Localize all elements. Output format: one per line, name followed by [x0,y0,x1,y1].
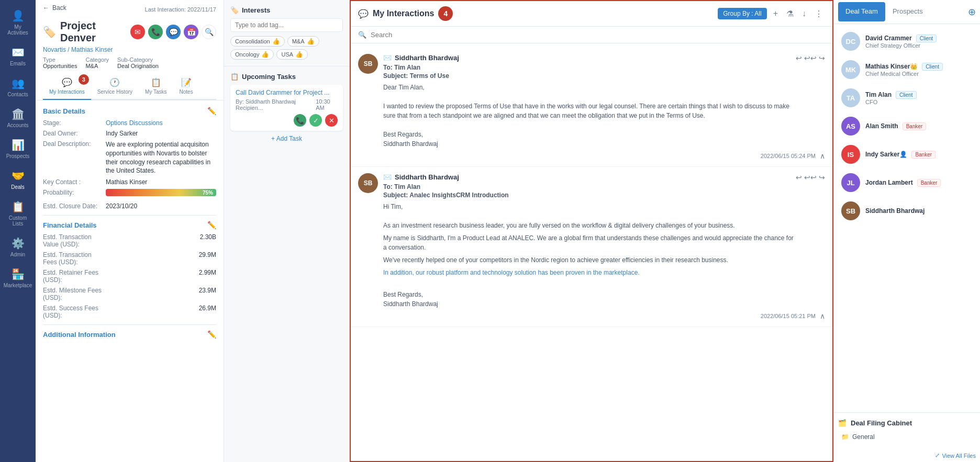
interaction-timestamp-2: 2022/06/15 05:21 PM [761,313,816,319]
stage-value[interactable]: Options Discussions [106,119,216,127]
team-info: Tim AlanClient CFO [865,91,973,105]
task-time: 10:30 AM [316,98,338,111]
task-title[interactable]: Call David Crammer for Project ... [236,89,338,96]
team-item[interactable]: MK Mathias Kinser👑Client Chief Medical O… [838,57,976,83]
tab-notes[interactable]: 📝 Notes [173,73,199,99]
sidebar-item-custom-lists[interactable]: 📋 Custom Lists [2,196,34,231]
tag-thumb[interactable]: 👍 [272,38,280,45]
sort-icon[interactable]: ↓ [800,8,808,19]
deal-owner-value: Indy Sarker [106,130,216,137]
team-member-name: Alan SmithBanker [865,122,973,130]
forward-icon[interactable]: ↪ [819,54,825,62]
team-item[interactable]: JL Jordan LambertBanker [838,170,976,196]
middle-panel: 🏷️ Interests Consolidation👍M&A👍Oncology👍… [224,0,350,462]
basic-details-edit-icon[interactable]: ✏️ [207,107,216,115]
tab-my-tasks[interactable]: 📋 My Tasks [139,73,173,99]
reply-all-icon[interactable]: ↩↩ [804,54,817,62]
collapse-icon[interactable]: ∧ [820,152,825,160]
right-panel: Deal Team Prospects ⊕ DC David CrammerCl… [833,0,980,462]
probability-row: Probability: 75% [43,189,216,199]
filter-icon[interactable]: ⚗ [784,8,796,20]
email-action-icon[interactable]: ✉ [130,25,145,39]
tab-my-interactions[interactable]: 💬 My Interactions 3 [43,73,91,100]
sidebar-item-deals[interactable]: 🤝 Deals [2,165,34,194]
task-meta: By: Siddharth Bhardwaj Recipien... 10:30… [236,98,338,111]
task-complete-btn[interactable]: ✓ [309,114,322,127]
chat-action-icon[interactable]: 💬 [166,25,181,39]
filing-cabinet: 🗂️ Deal Filing Cabinet 📁 General [834,412,980,449]
interactions-title: 💬 My Interactions 4 [358,6,453,21]
role-badge: Banker [911,151,936,159]
reply-icons-2: ↩ ↩↩ ↪ [796,173,825,182]
back-button[interactable]: ← Back [43,4,66,12]
add-team-member-icon[interactable]: ⊕ [968,6,976,18]
tag-thumb[interactable]: 👍 [307,38,315,45]
more-options-icon[interactable]: ⋮ [812,8,825,20]
interaction-item: SB ✉️ Siddharth Bhardwaj To: Tim Alan [351,167,832,327]
tag-thumb[interactable]: 👍 [261,51,269,58]
task-cancel-btn[interactable]: ✕ [325,114,338,127]
forward-icon-2[interactable]: ↪ [819,173,825,182]
body-part: We've recently helped one of your compet… [383,255,796,265]
interactions-header: 💬 My Interactions 4 Group By : All + ⚗ ↓… [351,1,832,27]
contact-link[interactable]: Mathias Kinser [71,46,113,53]
calendar-action-icon[interactable]: 📅 [184,25,198,39]
team-item[interactable]: DC David CrammerClient Chief Strategy Of… [838,28,976,54]
sidebar-item-accounts[interactable]: 🏛️ Accounts [2,104,34,132]
tag-thumb[interactable]: 👍 [295,51,303,58]
group-by-button[interactable]: Group By : All [718,8,766,19]
interaction-subject-2: Subject: Analec InsightsCRM Introduction [383,191,796,199]
reply-all-icon-2[interactable]: ↩↩ [804,173,817,182]
basic-details-header: Basic Details ✏️ [43,107,216,115]
upcoming-tasks-section: 📋 Upcoming Tasks Call David Crammer for … [224,66,349,462]
view-all-files-link[interactable]: ⤢ View All Files [834,449,980,462]
interest-tag: USA👍 [276,49,308,60]
team-item[interactable]: IS Indy Sarker👤Banker [838,141,976,167]
folder-general[interactable]: 📁 General [838,431,976,443]
financial-edit-icon[interactable]: ✏️ [207,221,216,229]
company-link[interactable]: Novartis [43,46,66,53]
deal-owner-row: Deal Owner: Indy Sarker [43,130,216,137]
additional-info-title: Additional Information [43,331,116,339]
add-interaction-icon[interactable]: + [771,8,780,19]
deal-meta-row: Type Opportunities Category M&A Sub-Cate… [43,57,216,69]
interaction-to-2: To: Tim Alan [383,183,796,190]
interests-title: 🏷️ Interests [230,6,343,14]
interests-section: 🏷️ Interests Consolidation👍M&A👍Oncology👍… [224,0,349,66]
upcoming-tasks-title: 📋 Upcoming Tasks [230,73,343,81]
task-actions: 📞 ✓ ✕ [236,114,338,127]
team-avatar: JL [841,173,860,192]
reply-icon[interactable]: ↩ [796,54,802,62]
collapse-icon-2[interactable]: ∧ [820,312,825,320]
sidebar-item-my-activities[interactable]: 👤 My Activities [2,5,34,40]
search-action-icon[interactable]: 🔍 [202,25,216,39]
sidebar-item-prospects[interactable]: 📊 Prospects [2,134,34,163]
task-call-btn[interactable]: 📞 [294,114,306,127]
team-item[interactable]: SB Siddharth Bhardwaj [838,198,976,224]
team-item[interactable]: TA Tim AlanClient CFO [838,85,976,111]
reply-icon-2[interactable]: ↩ [796,173,802,182]
phone-action-icon[interactable]: 📞 [148,25,163,39]
sidebar-item-emails[interactable]: ✉️ Emails [2,42,34,71]
search-input[interactable] [371,31,825,39]
team-avatar: DC [841,32,860,51]
sidebar-item-contacts[interactable]: 👥 Contacts [2,73,34,102]
additional-edit-icon[interactable]: ✏️ [207,330,216,339]
tab-deal-team[interactable]: Deal Team [838,2,885,21]
task-item: Call David Crammer for Project ... By: S… [230,85,343,131]
team-member-name: Mathias Kinser👑Client [865,63,973,71]
team-info: Jordan LambertBanker [865,179,973,187]
tag-input[interactable] [230,18,343,32]
role-badge: Client [896,91,917,99]
interaction-body: Dear Tim Alan, I wanted to review the pr… [383,83,796,149]
sidebar-item-marketplace[interactable]: 🏪 Marketplace [2,264,34,292]
financial-row: Estd. Milestone Fees (USD):23.9M [43,287,216,301]
tab-service-history[interactable]: 🕐 Service History [91,73,139,99]
team-item[interactable]: AS Alan SmithBanker [838,113,976,139]
closure-row: Estd. Closure Date: 2023/10/20 [43,202,216,210]
sidebar-item-admin[interactable]: ⚙️ Admin [2,233,34,262]
cabinet-icon: 🗂️ [838,419,847,427]
role-badge: Banker [903,122,927,130]
add-task-button[interactable]: + Add Task [230,135,343,142]
tab-prospects[interactable]: Prospects [885,2,930,21]
